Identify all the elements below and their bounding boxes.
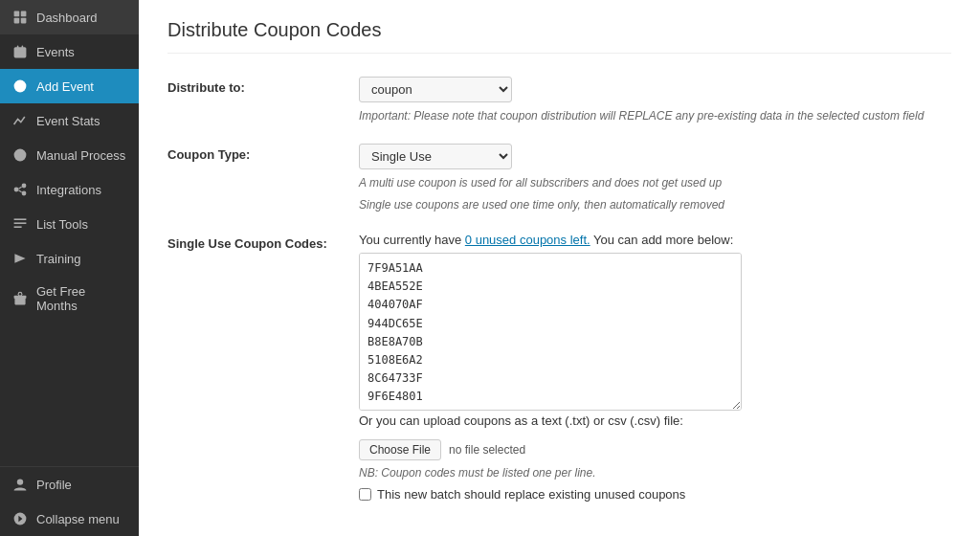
events-icon <box>11 43 29 60</box>
coupon-link[interactable]: 0 unused coupons left. <box>465 233 590 247</box>
sidebar-item-list-tools-label: List Tools <box>36 217 88 232</box>
svg-rect-3 <box>21 18 27 24</box>
svg-rect-7 <box>16 51 24 52</box>
profile-icon <box>11 476 29 493</box>
svg-rect-21 <box>14 226 22 228</box>
training-icon <box>11 250 29 267</box>
sidebar: Dashboard Events Add Event Event Stats M… <box>0 0 139 536</box>
coupon-type-select[interactable]: Single Use Multi Use <box>359 144 512 169</box>
distribute-to-row: Distribute to: coupon Important: Please … <box>167 77 951 124</box>
sidebar-item-events-label: Events <box>36 45 75 59</box>
svg-point-15 <box>22 184 27 189</box>
coupon-type-label: Coupon Type: <box>167 144 359 162</box>
svg-rect-19 <box>14 218 27 220</box>
coupon-type-content: Single Use Multi Use A multi use coupon … <box>359 144 951 213</box>
gift-icon <box>11 290 29 307</box>
svg-line-17 <box>18 187 21 189</box>
replace-checkbox-row: This new batch should replace existing u… <box>359 487 951 502</box>
replace-checkbox-label[interactable]: This new batch should replace existing u… <box>377 487 685 502</box>
distribute-to-content: coupon Important: Please note that coupo… <box>359 77 951 124</box>
coupon-codes-row: Single Use Coupon Codes: You currently h… <box>167 233 951 502</box>
nb-text: NB: Coupon codes must be listed one per … <box>359 466 951 480</box>
distribute-hint: Important: Please note that coupon distr… <box>359 107 951 124</box>
coupon-add-text: You can add more below: <box>593 233 733 247</box>
integrations-icon <box>11 181 29 198</box>
collapse-icon <box>11 510 29 527</box>
sidebar-item-event-stats-label: Event Stats <box>36 114 100 128</box>
coupon-codes-content: You currently have 0 unused coupons left… <box>359 233 951 502</box>
svg-marker-22 <box>14 254 25 263</box>
single-use-label: Single Use Coupon Codes: <box>167 233 359 251</box>
sidebar-item-list-tools[interactable]: List Tools <box>0 207 139 241</box>
svg-rect-5 <box>17 46 19 49</box>
svg-rect-11 <box>16 85 24 87</box>
sidebar-item-training-label: Training <box>36 252 80 266</box>
sidebar-item-profile-label: Profile <box>36 478 72 492</box>
coupon-count-info: You currently have 0 unused coupons left… <box>359 233 951 247</box>
replace-checkbox[interactable] <box>359 488 371 501</box>
svg-rect-23 <box>14 298 25 304</box>
sidebar-item-get-free-months[interactable]: Get Free Months <box>0 276 139 322</box>
svg-rect-20 <box>14 222 27 224</box>
coupon-count-text: You currently have <box>359 233 465 247</box>
svg-rect-6 <box>22 46 24 49</box>
svg-point-26 <box>19 293 21 295</box>
distribute-to-label: Distribute to: <box>167 77 359 95</box>
sidebar-item-dashboard-label: Dashboard <box>36 11 98 25</box>
main-content: Distribute Coupon Codes Distribute to: c… <box>139 0 980 536</box>
sidebar-item-integrations-label: Integrations <box>36 183 101 197</box>
svg-point-16 <box>22 191 27 196</box>
add-icon <box>11 78 29 95</box>
manual-icon <box>11 146 29 164</box>
svg-rect-2 <box>14 18 20 24</box>
sidebar-item-manual-process-label: Manual Process <box>36 148 125 163</box>
sidebar-item-get-free-months-label: Get Free Months <box>36 284 127 313</box>
choose-file-button[interactable]: Choose File <box>359 439 441 460</box>
sidebar-item-training[interactable]: Training <box>0 241 139 276</box>
sidebar-item-event-stats[interactable]: Event Stats <box>0 103 139 138</box>
sidebar-item-integrations[interactable]: Integrations <box>0 172 139 207</box>
coupon-type-hint1: A multi use coupon is used for all subsc… <box>359 174 951 191</box>
distribute-to-select[interactable]: coupon <box>359 77 512 102</box>
sidebar-item-collapse-menu[interactable]: Collapse menu <box>0 502 139 536</box>
svg-point-14 <box>14 188 19 192</box>
sidebar-item-profile[interactable]: Profile <box>0 467 139 502</box>
page-title: Distribute Coupon Codes <box>167 19 951 54</box>
svg-line-18 <box>18 190 21 192</box>
sidebar-item-events[interactable]: Events <box>0 34 139 69</box>
coupon-codes-textarea[interactable]: 7F9A51AA 4BEA552E 404070AF 944DC65E B8E8… <box>359 253 742 411</box>
sidebar-item-dashboard[interactable]: Dashboard <box>0 0 139 34</box>
sidebar-item-manual-process[interactable]: Manual Process <box>0 138 139 172</box>
upload-row: Choose File no file selected <box>359 439 951 460</box>
list-icon <box>11 215 29 233</box>
svg-rect-1 <box>21 11 27 17</box>
svg-rect-4 <box>14 47 27 57</box>
svg-rect-0 <box>14 11 20 17</box>
stats-icon <box>11 112 29 129</box>
dashboard-icon <box>11 9 29 26</box>
coupon-type-row: Coupon Type: Single Use Multi Use A mult… <box>167 144 951 213</box>
sidebar-item-add-event-label: Add Event <box>36 79 94 94</box>
svg-point-27 <box>17 479 23 484</box>
coupon-type-hint2: Single use coupons are used one time onl… <box>359 196 951 213</box>
sidebar-item-add-event[interactable]: Add Event <box>0 69 139 103</box>
upload-label: Or you can upload coupons as a text (.tx… <box>359 413 951 428</box>
sidebar-item-collapse-menu-label: Collapse menu <box>36 512 120 526</box>
svg-point-13 <box>18 153 23 158</box>
svg-rect-8 <box>16 54 22 55</box>
file-selected-text: no file selected <box>449 443 525 457</box>
